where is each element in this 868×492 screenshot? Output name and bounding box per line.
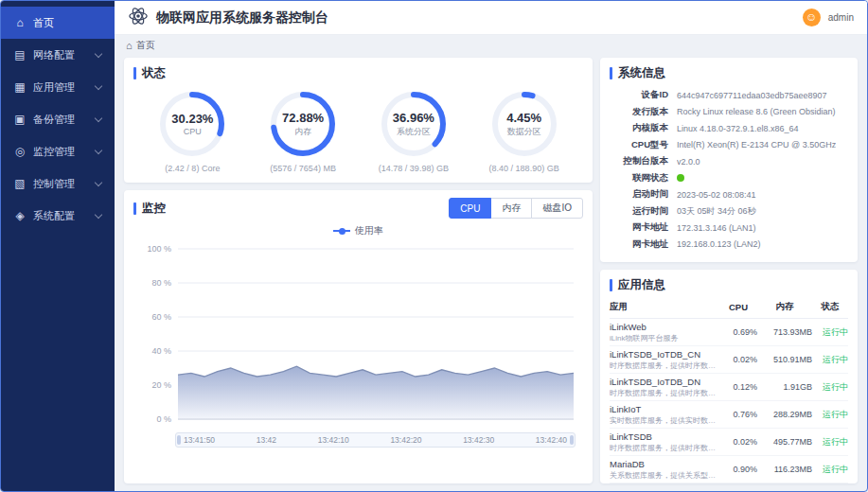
legend-label: 使用率	[355, 224, 383, 237]
memory-tab-button[interactable]: 内存	[490, 198, 532, 219]
app-table-row: iLinkTSDB_IoTDB_DN时序数据库服务，提供时序数据管... 0.1…	[610, 374, 848, 401]
network-icon: ▤	[13, 48, 27, 62]
svg-text:40 %: 40 %	[151, 346, 171, 356]
sidebar-item-network-config[interactable]: ▤ 网络配置	[1, 39, 115, 71]
sidebar-item-control-management[interactable]: ▧ 控制管理	[1, 167, 115, 200]
chart-legend[interactable]: 使用率	[133, 224, 583, 237]
top-header: 物联网应用系统服务器控制台 ☺ admin	[115, 1, 867, 35]
sysinfo-row: 网卡地址192.168.0.123 (LAN2)	[611, 237, 846, 254]
gauge-row: 30.23% CPU (2.42 / 8) Core 72.88% 内存 (	[133, 81, 583, 175]
status-badge: 运行中	[812, 436, 848, 448]
x-tick: 13:42:10	[318, 435, 349, 445]
sidebar-item-label: 监控管理	[33, 145, 75, 159]
settings-icon: ◈	[13, 209, 27, 222]
usage-area-chart: 0 %20 %40 %60 %80 %100 %	[136, 241, 581, 430]
svg-text:100 %: 100 %	[147, 244, 171, 254]
x-tick: 13:42:20	[390, 435, 421, 445]
status-panel-title: 状态	[133, 65, 583, 81]
system-info-title: 系统信息	[610, 65, 848, 81]
app-window: ⌂ 首页 ▤ 网络配置 ▦ 应用管理 ▣ 备份管理 ◎ 监控管理 ▧ 控制管理	[0, 0, 868, 492]
status-badge: 运行中	[812, 381, 848, 394]
sysinfo-row: 内核版本Linux 4.18.0-372.9.1.el8.x86_64	[611, 120, 846, 137]
chart-datazoom-slider[interactable]: 13:41:50 13:42 13:42:10 13:42:20 13:42:3…	[175, 432, 576, 448]
apps-icon: ▦	[13, 80, 27, 94]
breadcrumb-home-link[interactable]: 首页	[136, 39, 155, 52]
sidebar-item-label: 网络配置	[33, 48, 75, 62]
svg-text:80 %: 80 %	[151, 278, 171, 288]
svg-text:0 %: 0 %	[156, 414, 171, 424]
sidebar-item-label: 备份管理	[33, 113, 75, 127]
online-status-dot	[677, 174, 684, 182]
x-tick: 13:41:50	[184, 435, 215, 445]
status-badge: 运行中	[812, 354, 848, 366]
sysinfo-row: 设备ID644c947c697711edaa03edb75aee8907	[611, 87, 846, 104]
sysinfo-row: 控制台版本v2.0.0	[611, 153, 846, 170]
status-badge: 运行中	[812, 409, 848, 421]
sidebar-item-label: 系统配置	[33, 209, 75, 223]
disk-io-tab-button[interactable]: 磁盘IO	[531, 198, 583, 219]
app-table-row: MariaDB关系数据库服务，提供关系型数据... 0.90% 116.23MB…	[610, 456, 848, 483]
sidebar-item-label: 应用管理	[33, 80, 75, 95]
gauge-detail: (5576 / 7654) MB	[248, 164, 358, 173]
sidebar-item-label: 控制管理	[33, 177, 75, 191]
monitor-panel: 监控 CPU 内存 磁盘IO 使用率 0 %20 %40 %60 %80 %10…	[124, 190, 593, 483]
status-badge: 运行中	[812, 326, 848, 339]
sidebar-item-system-config[interactable]: ◈ 系统配置	[1, 200, 115, 232]
monitor-panel-title: 监控	[133, 201, 166, 217]
home-icon: ⌂	[13, 16, 27, 29]
app-table-row: iLinkTSDB时序数据库服务，提供时序数据存... 0.02% 495.77…	[610, 429, 848, 456]
username[interactable]: admin	[828, 12, 854, 23]
sidebar-item-label: 首页	[33, 16, 54, 30]
app-table-row: iLinkWebiLink物联网平台服务 0.69% 713.93MB 运行中	[610, 319, 848, 346]
cpu-tab-button[interactable]: CPU	[449, 198, 491, 219]
backup-icon: ▣	[13, 113, 27, 126]
sidebar-item-backup-management[interactable]: ▣ 备份管理	[1, 103, 115, 135]
app-logo-atom-icon	[128, 6, 149, 30]
user-avatar[interactable]: ☺	[803, 9, 821, 26]
system-info-panel: 系统信息 设备ID644c947c697711edaa03edb75aee890…	[600, 58, 858, 262]
app-table-row: iLinkTSDB_IoTDB_CN时序数据库服务，提供时序数据管... 0.0…	[610, 346, 848, 374]
sysinfo-row: 运行时间03天 05时 34分 06秒	[611, 203, 846, 220]
data-partition-gauge: 4.45% 数据分区 (8.40 / 188.90) GB	[469, 87, 579, 173]
sidebar-item-monitor-management[interactable]: ◎ 监控管理	[1, 135, 115, 167]
sidebar: ⌂ 首页 ▤ 网络配置 ▦ 应用管理 ▣ 备份管理 ◎ 监控管理 ▧ 控制管理	[1, 1, 115, 491]
app-table-header: 应用 CPU 内存 状态	[610, 297, 848, 319]
status-panel: 状态 30.23% CPU (2.42 / 8) Core	[124, 58, 593, 183]
page-title: 物联网应用系统服务器控制台	[156, 9, 328, 26]
cpu-gauge: 30.23% CPU (2.42 / 8) Core	[137, 87, 247, 173]
x-tick: 13:42	[257, 435, 276, 445]
sysinfo-row: 网卡地址172.31.3.146 (LAN1)	[611, 220, 846, 237]
monitor-metric-switch: CPU 内存 磁盘IO	[449, 198, 583, 219]
status-badge: 运行中	[812, 464, 848, 476]
monitor-icon: ◎	[13, 145, 27, 158]
gauge-detail: (8.40 / 188.90) GB	[469, 164, 579, 173]
system-partition-gauge: 36.96% 系统分区 (14.78 / 39.98) GB	[359, 87, 469, 173]
chevron-down-icon	[95, 210, 102, 218]
svg-text:60 %: 60 %	[151, 312, 171, 322]
x-tick: 13:42:40	[536, 435, 567, 445]
gauge-detail: (2.42 / 8) Core	[137, 164, 247, 173]
x-tick: 13:42:30	[463, 435, 494, 445]
gauge-detail: (14.78 / 39.98) GB	[359, 164, 469, 173]
control-icon: ▧	[13, 177, 27, 190]
sidebar-item-home[interactable]: ⌂ 首页	[1, 7, 115, 39]
svg-text:20 %: 20 %	[151, 380, 171, 390]
app-table: 应用 CPU 内存 状态 iLinkWebiLink物联网平台服务 0.69% …	[610, 297, 848, 483]
sidebar-item-app-management[interactable]: ▦ 应用管理	[1, 71, 115, 103]
sysinfo-row: 发行版本Rocky Linux release 8.6 (Green Obsid…	[611, 104, 846, 121]
app-info-title: 应用信息	[610, 277, 848, 293]
memory-gauge: 72.88% 内存 (5576 / 7654) MB	[248, 87, 358, 173]
sysinfo-row-online-status: 联网状态	[611, 170, 846, 187]
legend-marker-icon	[333, 230, 350, 232]
chevron-down-icon	[95, 81, 102, 89]
chevron-down-icon	[95, 178, 102, 185]
sysinfo-row: 启动时间2023-05-02 08:08:41	[611, 186, 846, 203]
app-table-row: iLinkIoT实时数据库服务，提供实时数据管... 0.76% 288.29M…	[610, 401, 848, 429]
app-info-panel: 应用信息 应用 CPU 内存 状态 iLinkWebiLink物联网平台服务 0…	[600, 270, 858, 483]
sysinfo-row: CPU型号Intel(R) Xeon(R) E-2134 CPU @ 3.50G…	[611, 137, 846, 154]
chevron-down-icon	[95, 146, 102, 153]
breadcrumb: ⌂ 首页	[115, 35, 867, 56]
chevron-down-icon	[95, 49, 102, 57]
home-icon: ⌂	[126, 40, 133, 51]
chevron-down-icon	[95, 114, 102, 121]
